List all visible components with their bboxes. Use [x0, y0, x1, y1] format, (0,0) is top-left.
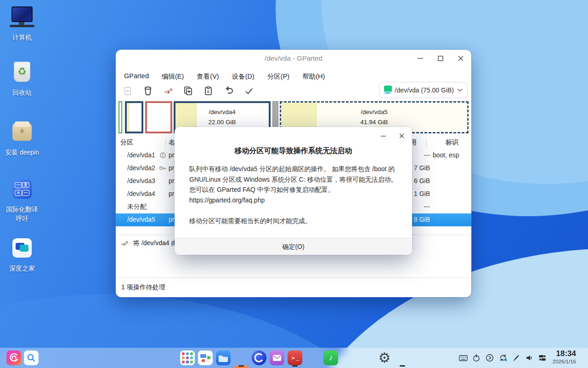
desktop-icon-trash[interactable]: ♻ 回收站: [0, 61, 44, 98]
partition-unused: ---: [424, 151, 430, 159]
screenshot-pen-icon[interactable]: [512, 353, 521, 362]
partition-name: pr: [169, 151, 174, 159]
browser-icon[interactable]: [252, 351, 266, 365]
column-name[interactable]: 名: [169, 138, 175, 147]
delete-partition-icon[interactable]: [141, 85, 154, 98]
partition-path: /dev/vda5: [127, 216, 155, 223]
partition-path: /dev/vda2: [127, 164, 155, 172]
statusbar-text: 1 项操作待处理: [121, 283, 165, 292]
dialog-paragraph: 您可以在 GParted FAQ 中学习如何修复启动配置。: [189, 184, 401, 195]
desktop-icon-label: 计算机: [0, 33, 44, 42]
system-tray: [458, 348, 548, 368]
desktop-icon-i18n-translation[interactable]: ⋯ 文 A ⋯ 国际化翻译呼吁: [0, 178, 44, 223]
running-indicator: [238, 365, 244, 367]
device-selector[interactable]: /dev/vda (75.00 GiB): [379, 82, 468, 98]
partition-segment-vda3[interactable]: [145, 101, 172, 133]
dialog-paragraph: 队列中有移动 /dev/vda5 分区的起始扇区的操作。 如果您将包含 /boo…: [189, 164, 401, 184]
partition-name: pr: [169, 164, 174, 172]
partition-flags: boot, esp: [433, 151, 459, 159]
copy-icon[interactable]: [182, 85, 195, 98]
widgets-icon[interactable]: [198, 351, 213, 365]
partition-path: /dev/vda4: [127, 190, 155, 197]
dialog-title: 移动分区可能导致操作系统无法启动: [175, 146, 412, 156]
column-partition[interactable]: 分区: [120, 138, 133, 147]
menu-view[interactable]: 查看(V): [192, 70, 223, 83]
partition-name: pr: [169, 190, 174, 197]
menu-help[interactable]: 帮助(H): [298, 70, 329, 83]
trash-icon: ♻: [14, 62, 30, 82]
file-manager-icon[interactable]: [216, 351, 231, 365]
launcher-icon[interactable]: [6, 351, 21, 365]
desktop-icon-label: 深度之家: [0, 264, 44, 273]
disk-drive-icon: [384, 86, 392, 94]
key-lock-icon: [159, 165, 166, 172]
menu-gparted[interactable]: GParted: [119, 70, 153, 83]
partition-unused: 8 GiB: [414, 216, 430, 223]
clock[interactable]: 18:34 2026/1/16: [553, 349, 576, 365]
settings-gear-icon[interactable]: ⚙: [377, 351, 392, 365]
move-operation-icon: [120, 239, 130, 247]
app-grid-icon[interactable]: [180, 351, 195, 365]
partition-path: /dev/vda3: [127, 177, 155, 184]
translation-tile-dots: ⋯: [15, 182, 22, 188]
new-partition-icon[interactable]: [121, 85, 134, 98]
music-note-glyph: ♪: [329, 353, 333, 362]
ok-button[interactable]: 确定(O): [175, 238, 412, 255]
resize-move-icon[interactable]: [162, 85, 175, 98]
dialog-close-button[interactable]: [397, 132, 406, 140]
translation-tile-dots2: ⋯: [22, 190, 29, 196]
partition-path: 未分配: [127, 203, 147, 211]
menu-partition[interactable]: 分区(P): [263, 70, 294, 83]
running-indicator: [292, 365, 298, 367]
apply-icon[interactable]: [243, 85, 255, 98]
mail-icon[interactable]: [270, 351, 284, 365]
window-titlebar[interactable]: /dev/vda - GParted: [116, 50, 471, 67]
dialog-paragraph: 移动分区可能需要相当长的时间才能完成。: [189, 216, 401, 226]
menubar: GParted 编辑(E) 查看(V) 设备(D) 分区(P) 帮助(H): [119, 70, 329, 83]
toolbar: [121, 84, 255, 98]
partition-unused: 7 GiB: [414, 164, 430, 172]
music-icon[interactable]: ♪: [323, 351, 338, 365]
gear-glyph: ⚙: [379, 350, 391, 365]
desktop-icon-computer[interactable]: 计算机: [0, 6, 44, 42]
install-box-icon: [12, 123, 32, 141]
desktop-icon-label: 国际化翻译呼吁: [4, 205, 40, 223]
desktop-icon-label: 回收站: [0, 88, 44, 98]
partition-unused: 1 GiB: [414, 190, 430, 197]
maximize-button[interactable]: [436, 54, 445, 63]
power-icon[interactable]: [472, 353, 481, 362]
pending-operation-text: 将 /dev/vda4 由: [133, 239, 178, 247]
partition-segment-vda1[interactable]: [119, 101, 122, 133]
partition-path: /dev/vda1: [127, 151, 155, 159]
menu-edit[interactable]: 编辑(E): [157, 70, 188, 83]
terminal-glyph: ＞_: [290, 354, 299, 362]
update-sync-icon[interactable]: [498, 353, 508, 362]
statusbar-divider: [116, 277, 471, 278]
undo-icon[interactable]: [222, 85, 235, 98]
volume-icon[interactable]: [525, 353, 534, 362]
minimize-button[interactable]: [416, 54, 424, 63]
close-button[interactable]: [457, 54, 465, 63]
recycle-glyph: ♻: [17, 66, 27, 78]
column-flags[interactable]: 标识: [446, 138, 458, 147]
translation-tile-wen: 文: [22, 182, 29, 188]
desktop-icon-deepin-home[interactable]: 深度之家: [0, 236, 44, 273]
segment-label-vda4: /dev/vda4 22.00 GiB: [175, 107, 269, 127]
desktop-icon-install-deepin[interactable]: 安装 deepin: [0, 121, 44, 157]
virtual-keyboard-icon[interactable]: [458, 353, 468, 362]
paste-icon[interactable]: [202, 85, 215, 98]
terminal-icon[interactable]: ＞_: [288, 351, 302, 365]
chevron-circle-icon[interactable]: [485, 353, 494, 362]
switches-icon[interactable]: [538, 353, 548, 362]
pending-operation: 将 /dev/vda4 由: [120, 239, 178, 247]
partition-segment-vda2[interactable]: [125, 101, 143, 133]
partition-name: pr: [169, 216, 174, 223]
dialog-minimize-button[interactable]: [379, 132, 387, 140]
translation-tile-a: A: [15, 190, 22, 196]
segment-label-vda5: /dev/vda5 41.94 GiB: [281, 107, 467, 127]
partition-unused: 6 GiB: [414, 177, 430, 184]
menu-device[interactable]: 设备(D): [227, 70, 259, 83]
search-icon[interactable]: [24, 351, 39, 365]
chevron-down-icon: [457, 88, 463, 92]
clock-date: 2026/1/16: [553, 358, 576, 365]
